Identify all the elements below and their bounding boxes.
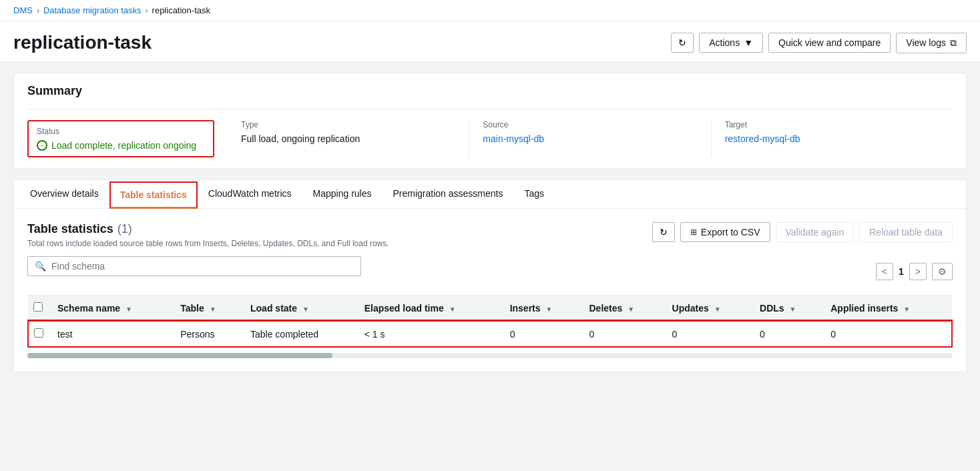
- tab-tags[interactable]: Tags: [513, 180, 555, 209]
- col-inserts[interactable]: Inserts ▼: [502, 296, 581, 322]
- actions-button[interactable]: Actions ▼: [699, 33, 763, 53]
- col-inserts-label: Inserts: [510, 303, 541, 314]
- table-stats-actions: ↻ ⊞ Export to CSV Validate again Reload …: [652, 222, 953, 242]
- refresh-button[interactable]: ↻: [671, 33, 694, 53]
- col-table-sort-icon: ▼: [210, 306, 216, 313]
- tab-premigration[interactable]: Premigration assessments: [383, 180, 514, 209]
- tab-table-statistics-label: Table statistics: [120, 189, 187, 200]
- search-icon: 🔍: [35, 261, 46, 272]
- col-updates-label: Updates: [672, 303, 709, 314]
- target-label: Target: [725, 120, 939, 129]
- quick-view-button[interactable]: Quick view and compare: [768, 33, 891, 53]
- col-updates-sort-icon: ▼: [714, 306, 721, 313]
- col-load-state[interactable]: Load state ▼: [242, 296, 356, 322]
- col-schema-name[interactable]: Schema name ▼: [49, 296, 172, 322]
- status-icon: −: [37, 140, 47, 151]
- breadcrumb-dms[interactable]: DMS: [13, 5, 33, 15]
- view-logs-button[interactable]: View logs ⧉: [896, 33, 967, 53]
- source-value[interactable]: main-mysql-db: [483, 133, 544, 144]
- validate-label: Validate again: [786, 227, 844, 238]
- table-refresh-button[interactable]: ↻: [652, 222, 675, 242]
- scrollbar-thumb: [27, 353, 332, 358]
- source-field: Source main-mysql-db: [483, 120, 711, 157]
- quick-view-label: Quick view and compare: [778, 37, 881, 48]
- col-ddls-label: DDLs: [760, 303, 784, 314]
- data-table: Schema name ▼ Table ▼ Load state ▼ Elaps…: [27, 295, 953, 348]
- view-logs-label: View logs: [906, 37, 946, 48]
- external-link-icon: ⧉: [950, 37, 957, 49]
- header-checkbox-col: [28, 296, 49, 322]
- col-deletes-label: Deletes: [589, 303, 622, 314]
- validate-again-button[interactable]: Validate again: [776, 222, 854, 242]
- cell-load-state: Table completed: [242, 321, 356, 347]
- select-all-checkbox[interactable]: [33, 302, 43, 312]
- col-inserts-sort-icon: ▼: [545, 306, 552, 313]
- cell-applied-inserts: 0: [822, 321, 952, 347]
- column-settings-button[interactable]: ⚙: [932, 263, 953, 280]
- cell-deletes: 0: [581, 321, 664, 347]
- header-actions: ↻ Actions ▼ Quick view and compare View …: [671, 33, 967, 53]
- target-value[interactable]: restored-mysql-db: [725, 133, 800, 144]
- col-updates[interactable]: Updates ▼: [664, 296, 752, 322]
- summary-card: Summary Status − Load complete, replicat…: [13, 73, 967, 169]
- type-field: Type Full load, ongoing replication: [228, 120, 469, 157]
- col-applied-sort-icon: ▼: [903, 306, 910, 313]
- col-deletes-sort-icon: ▼: [628, 306, 634, 313]
- status-value: − Load complete, replication ongoing: [37, 140, 205, 151]
- tab-cloudwatch-label: CloudWatch metrics: [208, 188, 292, 199]
- col-applied-inserts[interactable]: Applied inserts ▼: [822, 296, 952, 322]
- reload-label: Reload table data: [869, 227, 943, 238]
- content-area: Table statistics (1) Total rows include …: [13, 209, 967, 372]
- table-stats-count: (1): [117, 222, 132, 236]
- col-schema-sort-icon: ▼: [126, 306, 132, 313]
- tabs-bar: Overview details Table statistics CloudW…: [13, 179, 967, 209]
- cell-inserts: 0: [502, 321, 581, 347]
- export-icon: ⊞: [690, 227, 697, 237]
- row-checkbox[interactable]: [34, 328, 43, 338]
- horizontal-scrollbar[interactable]: [27, 353, 953, 358]
- col-table[interactable]: Table ▼: [172, 296, 242, 322]
- breadcrumb: DMS › Database migration tasks › replica…: [0, 0, 980, 21]
- tab-mapping[interactable]: Mapping rules: [302, 180, 383, 209]
- col-deletes[interactable]: Deletes ▼: [581, 296, 664, 322]
- col-ddls-sort-icon: ▼: [790, 306, 796, 313]
- search-input[interactable]: [51, 261, 354, 272]
- col-applied-label: Applied inserts: [830, 303, 898, 314]
- summary-fields: Status − Load complete, replication ongo…: [27, 109, 953, 157]
- breadcrumb-migration-tasks[interactable]: Database migration tasks: [43, 5, 142, 15]
- col-elapsed-time[interactable]: Elapsed load time ▼: [356, 296, 502, 322]
- cell-ddls: 0: [752, 321, 822, 347]
- tab-mapping-label: Mapping rules: [313, 188, 372, 199]
- cell-schema-name: test: [49, 321, 172, 347]
- reload-table-button[interactable]: Reload table data: [859, 222, 953, 242]
- search-bar[interactable]: 🔍: [27, 256, 361, 276]
- tab-table-statistics[interactable]: Table statistics: [109, 181, 198, 209]
- actions-label: Actions: [709, 37, 740, 48]
- export-csv-button[interactable]: ⊞ Export to CSV: [680, 222, 770, 242]
- status-label: Status: [37, 127, 205, 136]
- breadcrumb-current: replication-task: [152, 5, 210, 15]
- table-stats-title: Table statistics: [27, 222, 113, 236]
- table-header-row: Schema name ▼ Table ▼ Load state ▼ Elaps…: [28, 296, 952, 322]
- type-value: Full load, ongoing replication: [241, 133, 455, 144]
- pagination-next[interactable]: >: [909, 263, 927, 280]
- col-table-label: Table: [180, 303, 204, 314]
- pagination-area: < 1 > ⚙: [876, 263, 953, 280]
- tab-cloudwatch[interactable]: CloudWatch metrics: [198, 180, 302, 209]
- breadcrumb-sep-1: ›: [37, 6, 39, 15]
- cell-elapsed-time: < 1 s: [356, 321, 502, 347]
- status-text: Load complete, replication ongoing: [51, 140, 196, 151]
- cell-table: Persons: [172, 321, 242, 347]
- table-stats-desc: Total rows include loaded source table r…: [27, 239, 389, 248]
- col-elapsed-sort-icon: ▼: [449, 306, 456, 313]
- type-label: Type: [241, 120, 455, 129]
- row-checkbox-cell: [28, 321, 49, 347]
- target-field: Target restored-mysql-db: [725, 120, 953, 157]
- pagination-prev[interactable]: <: [876, 263, 893, 280]
- col-ddls[interactable]: DDLs ▼: [752, 296, 822, 322]
- tab-overview[interactable]: Overview details: [19, 180, 109, 209]
- source-label: Source: [483, 120, 697, 129]
- table-container: Schema name ▼ Table ▼ Load state ▼ Elaps…: [27, 295, 953, 348]
- table-stats-title-area: Table statistics (1) Total rows include …: [27, 222, 389, 248]
- col-load-state-sort-icon: ▼: [302, 306, 309, 313]
